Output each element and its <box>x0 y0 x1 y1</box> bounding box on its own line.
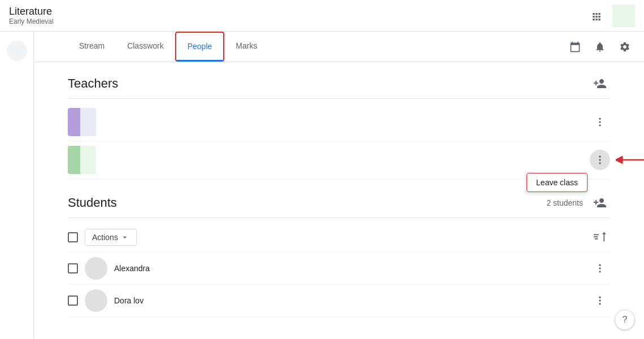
teachers-title: Teachers <box>68 76 118 91</box>
sidebar-avatar <box>7 41 27 61</box>
svg-point-3 <box>599 156 601 158</box>
svg-point-0 <box>599 118 601 120</box>
student-count: 2 students <box>546 198 583 207</box>
teacher-2-more-button[interactable] <box>590 150 610 170</box>
class-title: Literature <box>9 6 54 18</box>
svg-point-12 <box>599 299 601 301</box>
header-left: Literature Early Medieval <box>9 6 54 26</box>
student-1-name: Alexandra <box>114 264 583 273</box>
add-student-button[interactable] <box>590 193 610 213</box>
main-content: Teachers <box>34 62 644 339</box>
header: Literature Early Medieval <box>0 0 644 32</box>
student-2-more-button[interactable] <box>590 290 610 311</box>
actions-dropdown[interactable]: Actions <box>85 229 137 246</box>
teacher-1-avatar <box>68 108 96 136</box>
sidebar <box>0 32 34 339</box>
svg-point-2 <box>599 124 601 126</box>
students-section: Students 2 students <box>68 193 610 317</box>
tab-marks[interactable]: Marks <box>224 32 268 61</box>
class-subtitle: Early Medieval <box>9 18 54 25</box>
tab-right-icons <box>565 37 644 57</box>
student-2-name: Dora lov <box>114 296 583 305</box>
svg-point-9 <box>599 267 601 269</box>
select-all-checkbox[interactable] <box>68 232 78 242</box>
teacher-2-avatar <box>68 146 96 174</box>
sort-az-button[interactable] <box>590 227 610 247</box>
help-icon: ? <box>623 315 628 325</box>
student-2-checkbox[interactable] <box>68 295 78 306</box>
sort-az-icon <box>594 231 606 244</box>
calendar-button[interactable] <box>565 37 585 57</box>
teacher-1-more-button[interactable] <box>590 112 610 132</box>
svg-point-8 <box>599 264 601 266</box>
tab-people[interactable]: People <box>175 32 225 62</box>
svg-point-10 <box>599 271 601 272</box>
teachers-section: Teachers <box>68 73 610 317</box>
actions-label: Actions <box>92 233 118 242</box>
svg-point-13 <box>599 303 601 305</box>
student-1-avatar <box>85 257 107 280</box>
actions-row: Actions <box>68 223 610 253</box>
svg-point-1 <box>599 121 601 123</box>
svg-point-4 <box>599 159 601 160</box>
svg-point-5 <box>599 162 601 164</box>
tab-stream[interactable]: Stream <box>68 32 116 61</box>
actions-chevron-icon <box>120 233 129 242</box>
student-1-checkbox[interactable] <box>68 263 78 273</box>
notification-button[interactable] <box>590 37 610 57</box>
header-right <box>585 5 635 27</box>
apps-button[interactable] <box>585 5 608 27</box>
user-avatar[interactable] <box>612 5 635 27</box>
student-1-more-button[interactable] <box>590 258 610 279</box>
leave-class-dropdown[interactable]: Leave class <box>526 173 588 192</box>
layout: Stream Classwork People Marks <box>0 32 644 339</box>
svg-point-11 <box>599 297 601 298</box>
teacher-row-1 <box>68 103 610 141</box>
teacher-row-2: Leave class <box>68 141 610 179</box>
teachers-header: Teachers <box>68 73 610 99</box>
tabs-bar: Stream Classwork People Marks <box>34 32 644 62</box>
settings-button[interactable] <box>615 37 635 57</box>
students-title: Students <box>68 195 117 210</box>
students-header: Students 2 students <box>68 193 610 218</box>
help-button[interactable]: ? <box>615 310 635 330</box>
students-header-right: 2 students <box>546 193 610 213</box>
header-title-block: Literature Early Medieval <box>9 6 54 26</box>
tab-classwork[interactable]: Classwork <box>116 32 175 61</box>
student-row-2: Dora lov <box>68 285 610 317</box>
student-row-1: Alexandra <box>68 253 610 285</box>
student-2-avatar <box>85 289 107 312</box>
arrow-indicator <box>616 154 644 166</box>
add-teacher-button[interactable] <box>590 73 610 94</box>
